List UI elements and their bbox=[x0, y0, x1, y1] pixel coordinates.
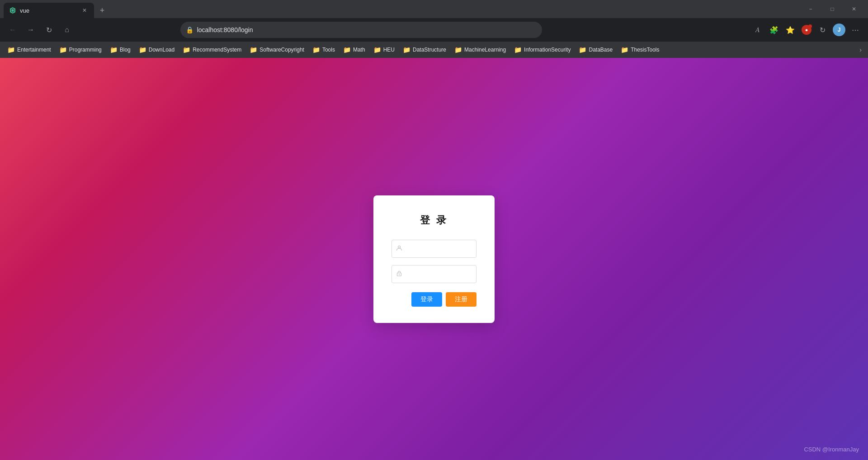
new-tab-button[interactable]: + bbox=[96, 4, 108, 17]
username-input-group bbox=[392, 240, 476, 258]
bookmark-label: ThesisTools bbox=[631, 47, 659, 53]
folder-icon: 📁 bbox=[183, 46, 190, 53]
read-aloud-icon[interactable]: 𝐴 bbox=[750, 23, 765, 37]
minimize-button[interactable]: − bbox=[800, 3, 821, 15]
folder-icon: 📁 bbox=[110, 46, 118, 53]
login-button[interactable]: 登录 bbox=[411, 292, 442, 307]
bookmark-label: DataStructure bbox=[413, 47, 446, 53]
password-input[interactable] bbox=[392, 265, 476, 283]
user-avatar: J bbox=[833, 24, 845, 36]
folder-icon: 📁 bbox=[343, 46, 351, 53]
active-tab[interactable]: vue ✕ bbox=[4, 3, 94, 18]
bookmark-heu[interactable]: 📁 HEU bbox=[370, 44, 398, 55]
lock-icon: 🔒 bbox=[186, 26, 193, 33]
bookmark-entertainment[interactable]: 📁 Entertainment bbox=[4, 44, 55, 55]
refresh-button[interactable]: ↻ bbox=[42, 23, 56, 37]
window-controls: − □ ✕ bbox=[800, 3, 864, 18]
bookmark-label: SoftwareCopyright bbox=[259, 47, 304, 53]
address-bar: ← → ↻ ⌂ 🔒 localhost:8080/login 𝐴 🧩 ⭐ ● ↻… bbox=[0, 18, 868, 42]
folder-icon: 📁 bbox=[139, 46, 146, 53]
folder-icon: 📁 bbox=[454, 46, 462, 53]
favorites-icon[interactable]: ⭐ bbox=[783, 23, 797, 37]
bookmark-label: HEU bbox=[383, 47, 395, 53]
tab-bar: vue ✕ + − □ ✕ bbox=[0, 0, 868, 18]
toolbar-icons: 𝐴 🧩 ⭐ ● ↻ J ⋯ bbox=[750, 23, 863, 37]
bookmark-label: RecommendSystem bbox=[193, 47, 241, 53]
bookmark-thesistools[interactable]: 📁 ThesisTools bbox=[617, 44, 663, 55]
bookmark-tools[interactable]: 📁 Tools bbox=[309, 44, 339, 55]
bookmark-recommendsystem[interactable]: 📁 RecommendSystem bbox=[179, 44, 245, 55]
back-button[interactable]: ← bbox=[5, 23, 20, 37]
bookmark-label: Blog bbox=[120, 47, 131, 53]
extensions-icon[interactable]: 🧩 bbox=[767, 23, 781, 37]
sync-icon[interactable]: ↻ bbox=[816, 23, 830, 37]
folder-icon: 📁 bbox=[7, 46, 15, 53]
page-content: 登 录 登录 注册 CSDN @ bbox=[0, 58, 868, 460]
register-button[interactable]: 注册 bbox=[446, 292, 476, 307]
bookmark-label: MachineLearning bbox=[464, 47, 506, 53]
tab-title: vue bbox=[20, 7, 77, 14]
folder-icon: 📁 bbox=[579, 46, 586, 53]
bookmark-informationsecurity[interactable]: 📁 InformationSecurity bbox=[510, 44, 574, 55]
bookmark-programming[interactable]: 📁 Programming bbox=[56, 44, 105, 55]
bookmark-label: Math bbox=[353, 47, 365, 53]
bookmark-label: InformationSecurity bbox=[524, 47, 571, 53]
password-input-group bbox=[392, 265, 476, 283]
watermark: CSDN @IronmanJay bbox=[804, 446, 859, 453]
bookmark-machinelearning[interactable]: 📁 MachineLearning bbox=[451, 44, 509, 55]
tab-favicon bbox=[9, 7, 16, 14]
profile-icon[interactable]: ● bbox=[799, 23, 814, 37]
bookmarks-bar: 📁 Entertainment 📁 Programming 📁 Blog 📁 D… bbox=[0, 42, 868, 58]
bookmark-math[interactable]: 📁 Math bbox=[340, 44, 369, 55]
bookmark-datastructure[interactable]: 📁 DataStructure bbox=[399, 44, 450, 55]
forward-button[interactable]: → bbox=[24, 23, 38, 37]
folder-icon: 📁 bbox=[373, 46, 381, 53]
bookmark-download[interactable]: 📁 DownLoad bbox=[135, 44, 178, 55]
folder-icon: 📁 bbox=[250, 46, 257, 53]
avatar-icon[interactable]: J bbox=[832, 23, 846, 37]
folder-icon: 📁 bbox=[59, 46, 67, 53]
login-buttons: 登录 注册 bbox=[392, 292, 476, 307]
bookmark-database[interactable]: 📁 DataBase bbox=[575, 44, 616, 55]
url-bar[interactable]: 🔒 localhost:8080/login bbox=[180, 22, 542, 38]
bookmark-label: DownLoad bbox=[149, 47, 175, 53]
bookmark-label: Programming bbox=[69, 47, 102, 53]
browser-chrome: vue ✕ + − □ ✕ ← → ↻ ⌂ 🔒 localhost:8080/l… bbox=[0, 0, 868, 58]
bookmark-blog[interactable]: 📁 Blog bbox=[106, 44, 134, 55]
tab-close-button[interactable]: ✕ bbox=[80, 6, 89, 14]
bookmarks-more-button[interactable]: › bbox=[857, 44, 864, 55]
bookmark-label: Tools bbox=[322, 47, 335, 53]
home-button[interactable]: ⌂ bbox=[60, 23, 74, 37]
close-button[interactable]: ✕ bbox=[844, 3, 864, 15]
folder-icon: 📁 bbox=[514, 46, 522, 53]
url-text: localhost:8080/login bbox=[197, 26, 537, 33]
maximize-button[interactable]: □ bbox=[822, 3, 843, 15]
folder-icon: 📁 bbox=[621, 46, 628, 53]
folder-icon: 📁 bbox=[403, 46, 410, 53]
username-input[interactable] bbox=[392, 240, 476, 258]
bookmark-label: DataBase bbox=[589, 47, 613, 53]
login-title: 登 录 bbox=[392, 213, 476, 227]
bookmark-softwarecopyright[interactable]: 📁 SoftwareCopyright bbox=[246, 44, 308, 55]
folder-icon: 📁 bbox=[312, 46, 320, 53]
login-card: 登 录 登录 注册 bbox=[373, 195, 495, 323]
more-button[interactable]: ⋯ bbox=[848, 23, 863, 37]
bookmark-label: Entertainment bbox=[17, 47, 51, 53]
